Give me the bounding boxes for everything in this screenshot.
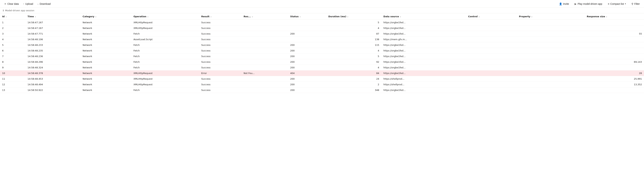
col-header-result[interactable]: Result ⌄ bbox=[199, 14, 242, 20]
col-header-time[interactable]: Time ⌄ bbox=[25, 14, 80, 20]
table-cell: Network bbox=[80, 25, 132, 31]
table-cell: 200 bbox=[288, 87, 326, 93]
table-cell bbox=[517, 59, 585, 65]
col-time-sort-icon: ⌄ bbox=[34, 15, 36, 18]
download-label: Download bbox=[40, 2, 50, 5]
table-cell bbox=[288, 25, 326, 31]
table-row[interactable]: 1214:58:48.494NetworkXMLHttpRequestSucce… bbox=[0, 82, 644, 87]
table-row[interactable]: 814:58:48.296NetworkFetchSuccess20092htt… bbox=[0, 59, 644, 65]
table-cell: 115 bbox=[326, 42, 382, 48]
table-row[interactable]: 414:58:48.106NetworkAssetLoad.ScriptSucc… bbox=[0, 37, 644, 42]
table-cell bbox=[466, 25, 517, 31]
table-cell bbox=[517, 25, 585, 31]
table-cell: 14:58:47.771 bbox=[25, 31, 80, 37]
filter-button[interactable]: ⚲ Filter bbox=[630, 2, 641, 6]
table-cell: 87 bbox=[326, 31, 382, 37]
table-cell: 14:58:48.324 bbox=[25, 65, 80, 70]
table-cell-id: 8 bbox=[0, 59, 25, 65]
compact-list-button[interactable]: ≡ Compact list ▾ bbox=[606, 2, 627, 6]
compact-list-chevron-icon: ▾ bbox=[625, 3, 626, 5]
download-button[interactable]: ↓ Download bbox=[36, 2, 52, 6]
table-cell: 14:58:48.453 bbox=[25, 76, 80, 82]
table-cell bbox=[584, 20, 644, 25]
col-header-id[interactable]: Id ⌄ bbox=[0, 14, 25, 20]
table-row[interactable]: 214:58:47.167NetworkXMLHttpRequestSucces… bbox=[0, 25, 644, 31]
table-cell: 5 bbox=[326, 54, 382, 59]
table-cell: XMLHttpRequest bbox=[131, 25, 199, 31]
table-cell: 200 bbox=[288, 42, 326, 48]
play-model-button[interactable]: ▶ Play model-driven app bbox=[573, 2, 604, 6]
clear-data-label: Clear data bbox=[8, 2, 19, 5]
table-cell-id: 13 bbox=[0, 87, 25, 93]
table-cell: 200 bbox=[288, 76, 326, 82]
col-duration-label: Duration (ms) bbox=[328, 15, 346, 18]
table-cell bbox=[288, 20, 326, 25]
col-header-datasource[interactable]: Data source ⌄ bbox=[381, 14, 466, 20]
col-datasource-label: Data source bbox=[384, 15, 399, 18]
table-cell-id: 6 bbox=[0, 48, 25, 54]
col-responsesize-sort-icon: ⌄ bbox=[606, 15, 607, 18]
table-row[interactable]: 914:58:48.324NetworkFetchSuccess2004http… bbox=[0, 65, 644, 70]
table-cell-id: 9 bbox=[0, 65, 25, 70]
col-header-category[interactable]: Category ⌄ bbox=[80, 14, 132, 20]
table-cell bbox=[242, 31, 288, 37]
table-cell: https://orgbe1fed... bbox=[381, 65, 466, 70]
table-cell bbox=[517, 31, 585, 37]
table-row[interactable]: 1014:58:48.378NetworkXMLHttpRequestError… bbox=[0, 70, 644, 76]
table-cell: 4 bbox=[326, 65, 382, 70]
invite-button[interactable]: 👤 Invite bbox=[558, 2, 570, 6]
table-cell: XMLHttpRequest bbox=[131, 70, 199, 76]
table-cell bbox=[242, 65, 288, 70]
table-cell: Network bbox=[80, 42, 132, 48]
upload-button[interactable]: ↑ Upload bbox=[22, 2, 34, 6]
col-header-operation[interactable]: Operation ⌄ bbox=[131, 14, 199, 20]
table-row[interactable]: 514:58:48.233NetworkFetchSuccess200115ht… bbox=[0, 42, 644, 48]
table-cell bbox=[288, 37, 326, 42]
col-header-property[interactable]: Property ⌄ bbox=[517, 14, 585, 20]
table-cell: Network bbox=[80, 20, 132, 25]
table-cell: Network bbox=[80, 82, 132, 87]
table-cell: 92 bbox=[326, 59, 382, 65]
table-cell: 14:58:47.167 bbox=[25, 25, 80, 31]
col-header-control[interactable]: Control ⌄ bbox=[466, 14, 517, 20]
col-header-duration[interactable]: Duration (ms) ⌄ bbox=[326, 14, 382, 20]
table-cell bbox=[242, 37, 288, 42]
table-cell-id: 1 bbox=[0, 20, 25, 25]
upload-label: Upload bbox=[25, 2, 33, 5]
table-cell: 4 bbox=[326, 25, 382, 31]
table-cell: 14:58:48.235 bbox=[25, 48, 80, 54]
table-cell-id: 4 bbox=[0, 37, 25, 42]
table-row[interactable]: 314:58:47.771NetworkFetchSuccess20087htt… bbox=[0, 31, 644, 37]
col-header-responsesize[interactable]: Response size ⌄ bbox=[584, 14, 644, 20]
clear-data-button[interactable]: ✕ Clear data bbox=[3, 2, 20, 6]
upload-icon: ↑ bbox=[23, 2, 24, 5]
table-cell bbox=[517, 87, 585, 93]
table-cell: Fetch bbox=[131, 48, 199, 54]
compact-list-label: Compact list bbox=[610, 2, 624, 5]
table-cell: 24 bbox=[326, 76, 382, 82]
table-row[interactable]: 114:58:47.167NetworkXMLHttpRequestSucces… bbox=[0, 20, 644, 25]
col-header-res[interactable]: Res... ⌄ bbox=[242, 14, 288, 20]
table-row[interactable]: 614:58:48.235NetworkFetchSuccess2004http… bbox=[0, 48, 644, 54]
table-cell bbox=[584, 25, 644, 31]
info-icon: ℹ bbox=[3, 9, 4, 12]
table-cell: https://shellprod... bbox=[381, 76, 466, 82]
table-cell: 14:58:47.167 bbox=[25, 20, 80, 25]
table-cell bbox=[517, 82, 585, 87]
table-cell: Fetch bbox=[131, 54, 199, 59]
table-cell bbox=[242, 59, 288, 65]
table-cell bbox=[584, 54, 644, 59]
table-cell bbox=[466, 59, 517, 65]
table-cell: Fetch bbox=[131, 42, 199, 48]
table-cell: Success bbox=[199, 37, 242, 42]
col-header-status[interactable]: Status ⌄ bbox=[288, 14, 326, 20]
table-cell bbox=[517, 48, 585, 54]
table-cell bbox=[584, 65, 644, 70]
table-row[interactable]: 1114:58:48.453NetworkXMLHttpRequestSucce… bbox=[0, 76, 644, 82]
table-cell: Network bbox=[80, 54, 132, 59]
session-label: Model-driven app session bbox=[5, 9, 34, 12]
table-cell: Success bbox=[199, 42, 242, 48]
table-row[interactable]: 714:58:48.236NetworkFetchSuccess2005http… bbox=[0, 54, 644, 59]
table-cell: https://orgbe1fed... bbox=[381, 25, 466, 31]
table-row[interactable]: 1314:58:50.922NetworkFetchSuccess200348h… bbox=[0, 87, 644, 93]
